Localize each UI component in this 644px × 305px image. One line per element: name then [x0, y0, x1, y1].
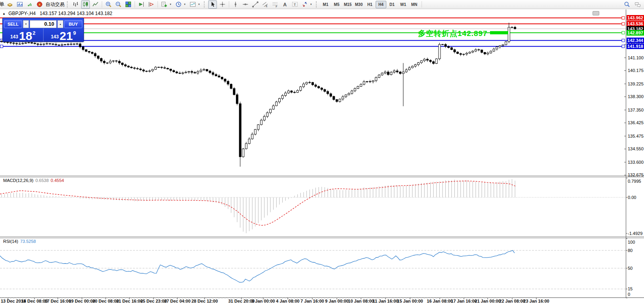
- fibonacci-icon[interactable]: F: [271, 0, 279, 9]
- auto-scroll-icon[interactable]: [137, 0, 146, 9]
- indicators-caret-icon[interactable]: ▾: [170, 3, 173, 6]
- arrows-caret-icon[interactable]: ▾: [310, 3, 313, 6]
- rsi-value: 73.5258: [20, 239, 36, 244]
- collapse-triangle-icon[interactable]: ▲: [2, 12, 6, 15]
- time-axis-label: 19 Dec 00:00: [69, 299, 95, 303]
- tf-button-W1[interactable]: W1: [398, 1, 408, 8]
- time-axis-label: 7 Jan 16:00: [300, 299, 324, 303]
- time-axis-label: 17 Dec 16:00: [45, 299, 71, 303]
- sell-price-sup: 2: [32, 30, 35, 36]
- tf-button-H1[interactable]: H1: [365, 1, 375, 8]
- symbol-info-bar: ▲ GBPJPY-,H4 143.157 143.294 143.104 143…: [2, 11, 112, 16]
- periods-icon[interactable]: [174, 0, 183, 9]
- price-axis-label: 133.600: [628, 160, 644, 165]
- price-axis-label: 141.100: [628, 55, 644, 61]
- chat-icon[interactable]: [633, 0, 642, 9]
- time-axis-label: 4 Jan 08:00: [276, 299, 299, 303]
- autotrade-icon[interactable]: [35, 0, 44, 9]
- candlestick-chart-icon[interactable]: [81, 0, 90, 9]
- rsi-axis-label: 15: [628, 286, 633, 292]
- svg-text:T: T: [294, 3, 296, 7]
- tf-button-M5[interactable]: M5: [331, 1, 342, 8]
- time-axis-label: 27 Dec 04:00: [164, 299, 191, 303]
- horizontal-line-icon[interactable]: [241, 0, 250, 9]
- tf-button-M15[interactable]: M15: [342, 1, 353, 8]
- time-axis-label: 15 Jan 00:00: [397, 299, 423, 303]
- periods-caret-icon[interactable]: ▾: [184, 3, 187, 6]
- price-axis-label: 138.300: [628, 94, 644, 99]
- tile-windows-icon[interactable]: [124, 0, 133, 9]
- sell-button[interactable]: SELL: [4, 20, 22, 28]
- tf-button-M1[interactable]: M1: [320, 1, 331, 8]
- tf-button-D1[interactable]: D1: [387, 1, 397, 8]
- signals-icon[interactable]: [25, 0, 34, 9]
- svg-text:E: E: [266, 5, 268, 8]
- tf-button-H4[interactable]: H4: [376, 1, 386, 8]
- macd-axis-label: 0.00: [628, 195, 636, 200]
- trendline-icon[interactable]: [251, 0, 260, 9]
- sell-price-big: 18: [19, 31, 32, 41]
- chart-upload-icon[interactable]: [15, 0, 24, 9]
- equidistant-channel-icon[interactable]: E: [261, 0, 270, 9]
- vertical-line-icon[interactable]: [231, 0, 240, 9]
- level-price-tag[interactable]: 142.344: [627, 38, 644, 43]
- tf-button-M30[interactable]: M30: [353, 1, 364, 8]
- time-axis-label: 20 Dec 08:00: [93, 299, 119, 303]
- new-order-icon[interactable]: [6, 0, 14, 9]
- text-icon[interactable]: A: [281, 0, 289, 9]
- price-axis-label: 134.550: [628, 146, 644, 152]
- chart-shift-icon[interactable]: [147, 0, 156, 9]
- time-axis-label: 23 Jan 16:00: [523, 299, 549, 303]
- time-axis-label: 21 Jan 00:00: [475, 299, 500, 303]
- level-price-tag[interactable]: 142.897: [627, 30, 644, 36]
- timeframe-toolbar: M1M5M15M30H1H4D1W1MN: [320, 1, 420, 8]
- macd-signal-value: 0.4554: [51, 178, 64, 183]
- time-axis-label: 11 Jan 16:00: [373, 299, 399, 303]
- toolbar-grip: [316, 1, 318, 8]
- cursor-icon[interactable]: [208, 0, 217, 9]
- svg-text:F: F: [276, 5, 277, 8]
- lot-decrease-button[interactable]: ▾: [23, 20, 29, 28]
- buy-button[interactable]: BUY: [64, 20, 82, 28]
- macd-axis-label: 0.7995: [628, 179, 641, 184]
- text-label-icon[interactable]: T: [291, 0, 299, 9]
- arrows-icon[interactable]: [300, 0, 309, 9]
- buy-price-prefix: 143: [51, 34, 59, 40]
- rsi-axis-label: 80: [628, 248, 633, 253]
- search-icon[interactable]: [623, 0, 631, 9]
- toolbar-separator: [135, 1, 135, 8]
- level-price-tag[interactable]: 141.918: [627, 44, 644, 49]
- macd-label: MACD(12,26,9)0.65380.4554: [3, 178, 64, 183]
- tf-button-MN[interactable]: MN: [409, 1, 420, 8]
- zoom-in-icon[interactable]: [104, 0, 113, 9]
- indicators-icon[interactable]: [160, 0, 169, 9]
- bars-chart-icon[interactable]: [71, 0, 80, 9]
- templates-caret-icon[interactable]: ▾: [198, 3, 201, 6]
- price-axis-label: 137.350: [628, 108, 644, 113]
- buy-price-sup: 9: [73, 30, 76, 36]
- templates-icon[interactable]: [188, 0, 197, 9]
- lot-size-input[interactable]: [30, 20, 57, 28]
- buy-price-big: 21: [59, 31, 72, 41]
- menu-fragment[interactable]: 单: [0, 1, 4, 8]
- pivot-annotation[interactable]: 多空转折点142.897: [418, 28, 488, 39]
- level-price-tag[interactable]: 143.962: [627, 15, 644, 21]
- rsi-axis-label: 100: [628, 240, 635, 245]
- buy-price-display[interactable]: 143 21 9: [44, 28, 84, 42]
- time-axis-label: 16 Jan 08:00: [427, 299, 452, 303]
- chart-scrollbar-thumb[interactable]: [593, 11, 599, 15]
- lot-increase-button[interactable]: ▴: [57, 20, 63, 28]
- line-chart-icon[interactable]: [91, 0, 100, 9]
- toolbar-separator: [229, 1, 229, 8]
- rsi-label: RSI(14)73.5258: [3, 239, 36, 244]
- autotrade-label[interactable]: 自动交易: [46, 1, 65, 8]
- zoom-out-icon[interactable]: [114, 0, 123, 9]
- svg-text:A: A: [283, 2, 287, 8]
- symbol-ohlc: 143.157 143.294 143.104 143.182: [40, 11, 112, 16]
- macd-axis-label: -1.4929: [628, 231, 642, 236]
- chart-canvas[interactable]: [0, 0, 644, 305]
- time-axis-label: 9 Jan 00:00: [325, 299, 348, 303]
- sell-price-display[interactable]: 143 18 2: [3, 28, 44, 42]
- toolbar-separator: [422, 1, 422, 8]
- crosshair-icon[interactable]: [218, 0, 227, 9]
